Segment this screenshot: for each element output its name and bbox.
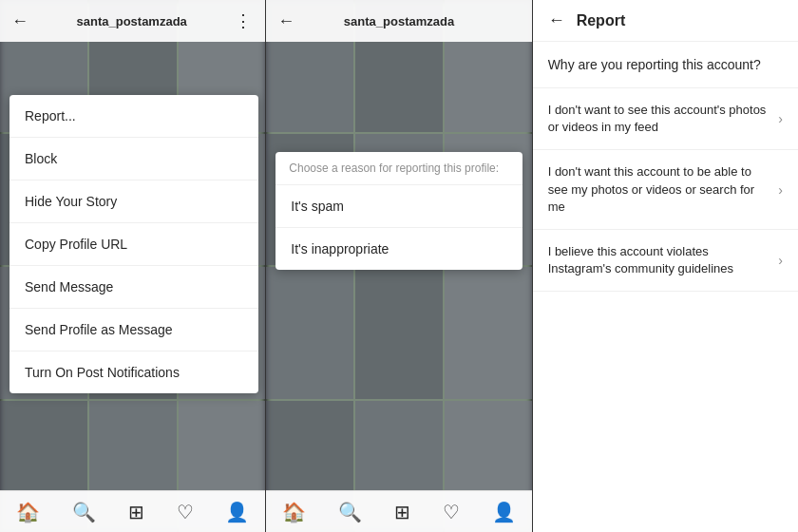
menu-item-send-profile[interactable]: Send Profile as Message [10, 309, 258, 352]
chevron-right-icon: › [778, 182, 783, 198]
username-label: santa_postamzada [344, 14, 454, 28]
reason-item-1[interactable]: I don't want this account to be able to … [533, 150, 798, 230]
report-question: Why are you reporting this account? [533, 42, 798, 88]
menu-item-notifications[interactable]: Turn On Post Notifications [10, 352, 258, 393]
panel-report-modal: ← santa_postamzada Choose a reason for r… [266, 0, 532, 532]
nav-home[interactable]: 🏠 [282, 501, 306, 523]
menu-item-hide-story[interactable]: Hide Your Story [10, 180, 258, 223]
username-label: santa_postamzada [77, 14, 187, 28]
nav-profile[interactable]: 👤 [492, 501, 516, 523]
chevron-right-icon: › [778, 111, 783, 126]
panel-context-menu: ← santa_postamzada ⋮ Report... Block Hid… [0, 0, 266, 532]
back-button[interactable]: ← [11, 11, 28, 31]
report-title: Report [577, 12, 626, 29]
report-option-inappropriate[interactable]: It's inappropriate [276, 228, 522, 270]
reason-item-2[interactable]: I believe this account violates Instagra… [533, 230, 798, 292]
report-panel-header: ← Report [533, 0, 798, 42]
bottom-nav: 🏠 🔍 ⊞ ♡ 👤 [0, 490, 265, 532]
nav-heart[interactable]: ♡ [177, 501, 194, 523]
modal-header: Choose a reason for reporting this profi… [276, 152, 522, 185]
menu-item-report[interactable]: Report... [10, 95, 258, 138]
top-bar: ← santa_postamzada [266, 0, 531, 42]
nav-home[interactable]: 🏠 [16, 501, 40, 523]
context-menu: Report... Block Hide Your Story Copy Pro… [10, 95, 258, 393]
nav-search[interactable]: 🔍 [338, 501, 362, 523]
back-button[interactable]: ← [277, 11, 294, 31]
nav-search[interactable]: 🔍 [72, 501, 96, 523]
report-panel-body: Why are you reporting this account? I do… [533, 42, 798, 532]
reason-item-0[interactable]: I don't want to see this account's photo… [533, 88, 798, 150]
nav-add[interactable]: ⊞ [128, 501, 144, 523]
report-option-spam[interactable]: It's spam [276, 185, 522, 228]
nav-profile[interactable]: 👤 [225, 501, 249, 523]
report-modal: Choose a reason for reporting this profi… [276, 152, 522, 270]
chevron-right-icon: › [778, 253, 783, 268]
menu-item-copy-url[interactable]: Copy Profile URL [10, 223, 258, 266]
nav-heart[interactable]: ♡ [443, 501, 460, 523]
nav-add[interactable]: ⊞ [394, 501, 410, 523]
menu-item-send-message[interactable]: Send Message [10, 266, 258, 309]
back-button[interactable]: ← [548, 10, 565, 30]
more-button[interactable]: ⋮ [235, 10, 254, 31]
bottom-nav: 🏠 🔍 ⊞ ♡ 👤 [266, 490, 531, 532]
panel-report-options: ← Report Why are you reporting this acco… [533, 0, 798, 532]
top-bar: ← santa_postamzada ⋮ [0, 0, 265, 42]
menu-item-block[interactable]: Block [10, 138, 258, 180]
